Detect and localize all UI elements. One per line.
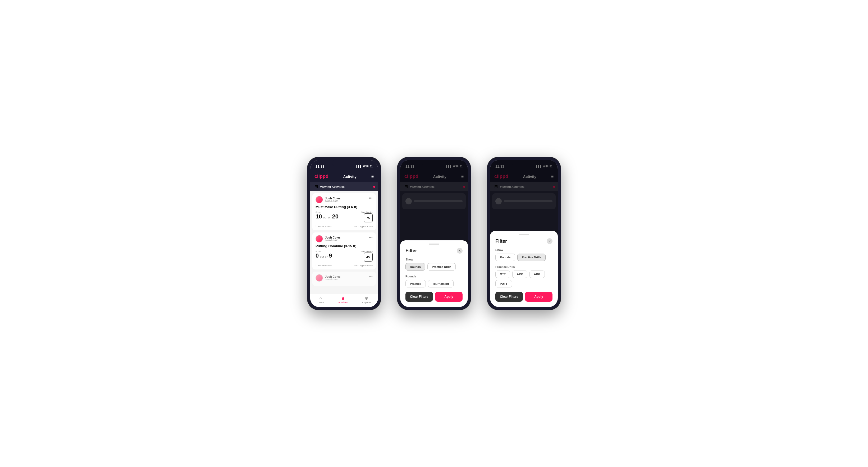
card-header-1: Josh Coles 28 Feb 2023 ••• (315, 196, 373, 204)
activity-card-3-ghost: Josh Coles 28 Feb 2023 ••• (312, 272, 376, 286)
menu-icon-1[interactable]: ≡ (371, 175, 374, 179)
more-dots-3[interactable]: ••• (369, 274, 373, 278)
user-info-1: Josh Coles 28 Feb 2023 (315, 196, 341, 204)
clear-filters-btn-2[interactable]: Clear Filters (405, 292, 433, 302)
more-dots-2[interactable]: ••• (369, 235, 373, 239)
user-name-2: Josh Coles (325, 236, 341, 239)
rounds-btn-3[interactable]: Rounds (495, 254, 515, 261)
card-footer-1: ℹ Test Information Data: Clippd Capture (315, 225, 373, 228)
show-options-3: Rounds Practice Drills (495, 254, 553, 261)
modal-title-2: Filter (405, 248, 417, 254)
activity-card-2[interactable]: Josh Coles 28 Feb 2023 ••• Putting Combi… (312, 232, 376, 270)
stats-row-2: Score 0 OUT OF 9 Shot Quality 45 (315, 250, 373, 262)
footer-info-1: ℹ Test Information (315, 225, 332, 228)
viewing-bar-1[interactable]: ⊞ Viewing Activities (310, 182, 378, 191)
quality-badge-1: 75 (364, 213, 373, 222)
practice-drills-btn-3[interactable]: Practice Drills (517, 254, 546, 261)
quality-group-1: Shot Quality 75 (361, 211, 373, 223)
phone-1-screen: 11:33 ▌▌▌ WiFi 51 clippd Activity ≡ ⊞ Vi… (310, 160, 378, 307)
shots-value-2: 9 (329, 253, 332, 259)
practice-round-btn-2[interactable]: Practice (405, 280, 426, 287)
score-inline-1: 10 OUT OF 20 (315, 213, 339, 220)
activity-card-1[interactable]: Josh Coles 28 Feb 2023 ••• Must Make Put… (312, 193, 376, 230)
apply-btn-2[interactable]: Apply (435, 292, 463, 302)
capture-icon: ⊕ (365, 295, 368, 301)
drills-label-3: Practice Drills (495, 265, 553, 269)
user-date-3: 28 Feb 2023 (325, 278, 341, 281)
rounds-btn-2[interactable]: Rounds (405, 263, 425, 271)
out-of-2: OUT OF (320, 256, 328, 258)
modal-title-3: Filter (495, 239, 507, 244)
show-label-2: Show (405, 258, 463, 261)
modal-overlay-3: Filter ✕ Show Rounds Practice Drills Pra… (490, 160, 558, 307)
out-of-1: OUT OF (323, 217, 331, 219)
drills-options-3: OTT APP ARG PUTT (495, 271, 553, 287)
battery-icon: 51 (370, 165, 373, 168)
apply-btn-3[interactable]: Apply (525, 292, 553, 302)
notification-dot-1 (373, 186, 375, 188)
modal-handle-3 (519, 234, 529, 235)
more-dots-1[interactable]: ••• (369, 196, 373, 200)
phones-container: 11:33 ▌▌▌ WiFi 51 clippd Activity ≡ ⊞ Vi… (307, 157, 561, 310)
modal-overlay-2: Filter ✕ Show Rounds Practice Drills Rou… (400, 160, 468, 307)
activities-label: Activities (338, 301, 348, 304)
nav-home[interactable]: ⌂ Home (317, 295, 324, 304)
user-meta-3: Josh Coles 28 Feb 2023 (325, 275, 341, 281)
bottom-nav-1: ⌂ Home ♟ Activities ⊕ Capture (310, 293, 378, 307)
score-group-2: Score 0 OUT OF 9 (315, 250, 332, 259)
show-options-2: Rounds Practice Drills (405, 263, 463, 271)
score-value-1: 10 (315, 213, 322, 220)
quality-group-2: Shot Quality 45 (361, 250, 373, 262)
phone-3: 11:33 ▌▌▌ WiFi 51 clippd Activity ≡ ⊞ Vi… (487, 157, 561, 310)
nav-bar-1: clippd Activity ≡ (310, 172, 378, 182)
footer-data-1: Data: Clippd Capture (353, 225, 373, 228)
close-button-2[interactable]: ✕ (457, 248, 463, 254)
user-date-2: 28 Feb 2023 (325, 239, 341, 242)
signal-icon: ▌▌▌ (356, 165, 362, 168)
ott-btn-3[interactable]: OTT (495, 271, 510, 278)
activity-title-2: Putting Combine (3-15 ft) (315, 244, 373, 248)
quality-label-1: Shot Quality (361, 211, 373, 213)
modal-header-2: Filter ✕ (405, 248, 463, 254)
dynamic-island (332, 159, 356, 166)
phone-2-screen: 11:33 ▌▌▌ WiFi 51 clippd Activity ≡ ⊞ Vi… (400, 160, 468, 307)
score-value-2: 0 (315, 253, 319, 259)
user-meta-2: Josh Coles 28 Feb 2023 (325, 236, 341, 242)
user-name-3: Josh Coles (325, 275, 341, 278)
rounds-options-2: Practice Tournament (405, 280, 463, 287)
modal-sheet-3: Filter ✕ Show Rounds Practice Drills Pra… (490, 231, 558, 307)
user-info-2: Josh Coles 28 Feb 2023 (315, 235, 341, 243)
shots-value-1: 20 (332, 213, 339, 220)
tournament-btn-2[interactable]: Tournament (428, 280, 454, 287)
nav-capture[interactable]: ⊕ Capture (362, 295, 371, 304)
activities-icon: ♟ (341, 295, 345, 301)
modal-header-3: Filter ✕ (495, 238, 553, 244)
status-icons-1: ▌▌▌ WiFi 51 (356, 165, 373, 168)
close-button-3[interactable]: ✕ (547, 238, 553, 244)
modal-handle-2 (429, 244, 439, 245)
viewing-text-1: Viewing Activities (320, 185, 345, 188)
modal-actions-3: Clear Filters Apply (495, 292, 553, 302)
app-btn-3[interactable]: APP (512, 271, 527, 278)
show-label-3: Show (495, 248, 553, 251)
content-area-1: Josh Coles 28 Feb 2023 ••• Must Make Put… (310, 191, 378, 293)
arg-btn-3[interactable]: ARG (529, 271, 545, 278)
user-name-1: Josh Coles (325, 197, 341, 200)
score-inline-2: 0 OUT OF 9 (315, 253, 332, 259)
nav-title-1: Activity (343, 175, 357, 179)
card-header-2: Josh Coles 28 Feb 2023 ••• (315, 235, 373, 243)
user-info-3: Josh Coles 28 Feb 2023 (315, 274, 341, 282)
clear-filters-btn-3[interactable]: Clear Filters (495, 292, 523, 302)
modal-actions-2: Clear Filters Apply (405, 292, 463, 302)
logo-1: clippd (314, 174, 329, 179)
phone-2: 11:33 ▌▌▌ WiFi 51 clippd Activity ≡ ⊞ Vi… (397, 157, 471, 310)
footer-data-2: Data: Clippd Capture (353, 264, 373, 267)
info-icon-2: ℹ (315, 264, 316, 267)
practice-drills-btn-2[interactable]: Practice Drills (427, 263, 456, 271)
card-header-3: Josh Coles 28 Feb 2023 ••• (315, 274, 373, 282)
capture-label: Capture (362, 301, 371, 304)
nav-activities[interactable]: ♟ Activities (338, 295, 348, 304)
stats-row-1: Score 10 OUT OF 20 Shot Quality 75 (315, 211, 373, 223)
putt-btn-3[interactable]: PUTT (495, 280, 512, 287)
quality-badge-2: 45 (364, 253, 373, 261)
